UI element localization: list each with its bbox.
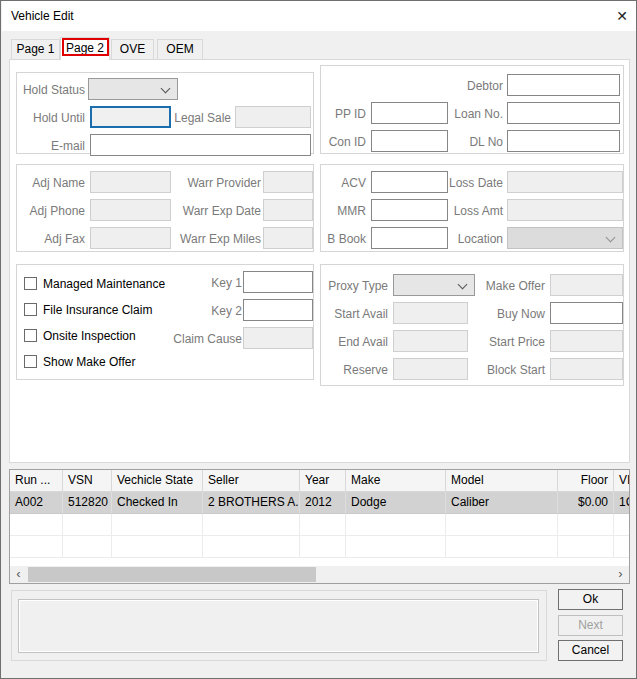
- warr-exp-miles-input: [263, 227, 313, 249]
- scroll-left-icon[interactable]: ‹: [10, 566, 27, 583]
- legal-sale-label: Legal Sale: [163, 111, 231, 125]
- start-avail-label: Start Avail: [321, 307, 388, 321]
- column-header-vin[interactable]: VI: [614, 470, 629, 492]
- key1-input[interactable]: [243, 271, 313, 293]
- block-start-label: Block Start: [461, 363, 545, 377]
- cancel-button[interactable]: Cancel: [558, 640, 623, 661]
- mmr-label: MMR: [321, 204, 366, 218]
- tab-oem[interactable]: OEM: [157, 39, 203, 59]
- adj-phone-input: [90, 199, 171, 221]
- start-price-input: [550, 330, 623, 352]
- hold-group: Hold Status Hold Until Legal Sale E-mail: [16, 72, 314, 154]
- checkbox-icon[interactable]: [24, 303, 37, 316]
- cell-vehicle-state[interactable]: Checked In: [112, 492, 203, 514]
- checkbox-file-insurance-claim[interactable]: File Insurance Claim: [24, 302, 152, 317]
- horizontal-scrollbar[interactable]: ‹ ›: [10, 566, 629, 583]
- cell-seller[interactable]: 2 BROTHERS A...: [203, 492, 300, 514]
- pp-id-label: PP ID: [321, 107, 366, 121]
- next-button: Next: [558, 615, 623, 636]
- dl-no-label: DL No: [421, 135, 503, 149]
- page-2-panel: Hold Status Hold Until Legal Sale E-mail…: [9, 59, 630, 463]
- chevron-down-icon: [606, 233, 616, 243]
- end-avail-label: End Avail: [321, 335, 388, 349]
- loss-amt-input: [507, 199, 623, 221]
- email-input[interactable]: [90, 134, 311, 156]
- tab-ove[interactable]: OVE: [111, 39, 154, 59]
- scrollbar-thumb[interactable]: [28, 567, 316, 582]
- column-header-model[interactable]: Model: [446, 470, 558, 492]
- tab-page-1[interactable]: Page 1: [11, 39, 60, 59]
- loss-date-input: [507, 171, 623, 193]
- ok-button[interactable]: Ok: [558, 589, 623, 610]
- cell-model[interactable]: Caliber: [446, 492, 558, 514]
- hold-status-label: Hold Status: [17, 83, 85, 97]
- key2-input[interactable]: [243, 299, 313, 321]
- start-avail-input: [393, 302, 468, 324]
- column-header-year[interactable]: Year: [300, 470, 346, 492]
- column-header-run-no[interactable]: Run ...: [10, 470, 63, 492]
- column-header-vehicle-state[interactable]: Vechicle State: [112, 470, 203, 492]
- column-header-floor[interactable]: Floor: [558, 470, 614, 492]
- key1-label: Key 1: [162, 276, 242, 290]
- chevron-down-icon: [161, 84, 171, 94]
- grid-empty-row: [10, 514, 629, 536]
- debtor-group: Debtor PP ID Loan No. Con ID DL No: [320, 65, 624, 154]
- checkbox-icon[interactable]: [24, 355, 37, 368]
- column-header-make[interactable]: Make: [346, 470, 446, 492]
- claim-cause-input: [243, 327, 313, 349]
- grid-header-row: Run ... VSN Vechicle State Seller Year M…: [10, 470, 629, 492]
- legal-sale-input: [235, 106, 311, 128]
- checkbox-show-make-offer[interactable]: Show Make Offer: [24, 354, 135, 369]
- location-label: Location: [421, 232, 503, 246]
- cell-floor[interactable]: $0.00: [558, 492, 614, 514]
- buy-now-label: Buy Now: [461, 307, 545, 321]
- checkbox-managed-maintenance[interactable]: Managed Maintenance: [24, 276, 165, 291]
- hold-until-label: Hold Until: [17, 111, 85, 125]
- hold-status-combobox[interactable]: [88, 78, 178, 100]
- location-combobox: [507, 227, 623, 249]
- debtor-label: Debtor: [421, 79, 503, 93]
- notes-panel-inner: [18, 599, 539, 653]
- adj-fax-label: Adj Fax: [17, 232, 85, 246]
- checkbox-icon[interactable]: [24, 277, 37, 290]
- con-id-label: Con ID: [321, 135, 366, 149]
- make-offer-label: Make Offer: [461, 279, 545, 293]
- loan-no-input[interactable]: [507, 102, 620, 124]
- scroll-right-icon[interactable]: ›: [612, 566, 629, 583]
- end-avail-input: [393, 330, 468, 352]
- maintenance-group: Managed Maintenance File Insurance Claim…: [16, 264, 314, 380]
- buy-now-input[interactable]: [550, 302, 623, 324]
- cell-vsn[interactable]: 512820: [63, 492, 112, 514]
- debtor-input[interactable]: [507, 74, 620, 96]
- adj-name-label: Adj Name: [17, 176, 85, 190]
- start-price-label: Start Price: [461, 335, 545, 349]
- dl-no-input[interactable]: [507, 130, 620, 152]
- click-highlight-annotation: [62, 38, 109, 56]
- reserve-input: [393, 358, 468, 380]
- warr-exp-date-label: Warr Exp Date: [162, 204, 261, 218]
- checkbox-icon[interactable]: [24, 329, 37, 342]
- column-header-seller[interactable]: Seller: [203, 470, 300, 492]
- cell-vin[interactable]: 1C: [614, 492, 629, 514]
- cell-make[interactable]: Dodge: [346, 492, 446, 514]
- warr-provider-input: [263, 171, 313, 193]
- email-label: E-mail: [17, 139, 85, 153]
- warr-provider-label: Warr Provider: [162, 176, 261, 190]
- checkbox-onsite-inspection[interactable]: Onsite Inspection: [24, 328, 136, 343]
- notes-panel: [11, 590, 547, 661]
- close-icon[interactable]: ✕: [610, 5, 634, 27]
- block-start-input: [550, 358, 623, 380]
- acv-label: ACV: [321, 176, 366, 190]
- column-header-vsn[interactable]: VSN: [63, 470, 112, 492]
- proxy-type-label: Proxy Type: [321, 279, 388, 293]
- value-group: ACV Loss Date MMR Loss Amt B Book Locati…: [320, 164, 624, 252]
- make-offer-input: [550, 274, 623, 296]
- cell-run-no[interactable]: A002: [10, 492, 63, 514]
- cell-year[interactable]: 2012: [300, 492, 346, 514]
- hold-until-input[interactable]: [90, 106, 171, 128]
- window-title: Vehicle Edit: [11, 9, 74, 23]
- grid-row-selected[interactable]: A002 512820 Checked In 2 BROTHERS A... 2…: [10, 492, 629, 514]
- claim-cause-label: Claim Cause: [157, 332, 242, 346]
- auction-group: Proxy Type Make Offer Start Avail Buy No…: [320, 264, 624, 386]
- adj-name-input: [90, 171, 171, 193]
